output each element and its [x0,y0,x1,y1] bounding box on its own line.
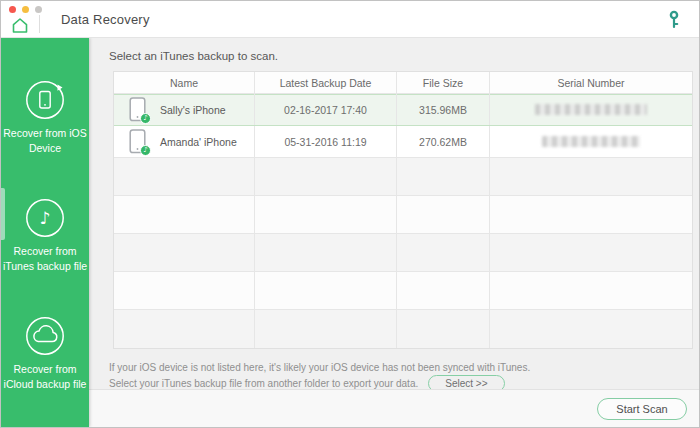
home-icon[interactable] [10,16,30,34]
iphone-icon: ♪ [128,97,147,122]
icloud-cloud-icon [25,316,65,356]
sidebar-item-label: Recover from iTunes backup file [2,244,88,274]
sidebar-item-label: Recover from iCloud backup file [2,362,88,392]
titlebar: Data Recovery [1,1,699,38]
note-line-1: If your iOS device is not listed here, i… [109,360,700,375]
sidebar-item-recover-icloud-backup[interactable]: Recover from iCloud backup file [2,316,88,392]
column-header-name[interactable]: Name [114,72,255,93]
column-header-size[interactable]: File Size [397,72,490,93]
music-note-badge-icon: ♪ [140,145,151,156]
backup-date: 05-31-2016 11:19 [284,136,366,148]
titlebar-divider [39,15,40,33]
backup-table: Name Latest Backup Date File Size Serial… [113,71,693,349]
key-icon[interactable] [667,10,681,29]
help-note: If your iOS device is not listed here, i… [109,360,700,392]
empty-table-row [114,272,692,310]
main-content: Select an iTunes backup to scan. Name La… [89,38,699,427]
sidebar-item-recover-ios-device[interactable]: Recover from iOS Device [2,80,88,156]
column-header-date[interactable]: Latest Backup Date [255,72,397,93]
serial-number-redacted [535,104,647,115]
sidebar-item-recover-itunes-backup[interactable]: ♪ Recover from iTunes backup file [2,198,88,274]
footer-bar: Start Scan [89,389,699,427]
empty-table-row [114,196,692,234]
serial-number-redacted [542,136,640,147]
page-heading: Select an iTunes backup to scan. [109,50,278,62]
sidebar-item-label: Recover from iOS Device [2,126,88,156]
empty-table-row [114,234,692,272]
app-window: Data Recovery Recover from iOS Device [0,0,700,428]
empty-table-row [114,310,692,348]
ios-device-icon [25,80,65,120]
table-row-amandas-iphone[interactable]: ♪ Amanda' iPhone 05-31-2016 11:19 270.62… [114,126,692,158]
table-header-row: Name Latest Backup Date File Size Serial… [114,72,692,94]
sidebar: Recover from iOS Device ♪ Recover from i… [1,38,89,427]
start-scan-button[interactable]: Start Scan [597,398,687,420]
minimize-button[interactable] [22,6,29,13]
selected-item-indicator [1,188,5,240]
device-name: Sally's iPhone [160,104,226,116]
file-size: 270.62MB [419,136,467,148]
close-button[interactable] [9,6,16,13]
iphone-icon: ♪ [128,129,147,154]
itunes-note-icon: ♪ [25,198,65,238]
music-note-badge-icon: ♪ [140,113,151,124]
file-size: 315.96MB [419,104,467,116]
zoom-button[interactable] [35,6,42,13]
backup-date: 02-16-2017 17:40 [284,104,367,116]
page-title: Data Recovery [61,1,150,37]
table-row-sallys-iphone[interactable]: ♪ Sally's iPhone 02-16-2017 17:40 315.96… [114,94,692,126]
column-header-serial[interactable]: Serial Number [490,72,692,93]
empty-table-row [114,158,692,196]
window-controls [9,6,42,13]
device-name: Amanda' iPhone [160,136,237,148]
